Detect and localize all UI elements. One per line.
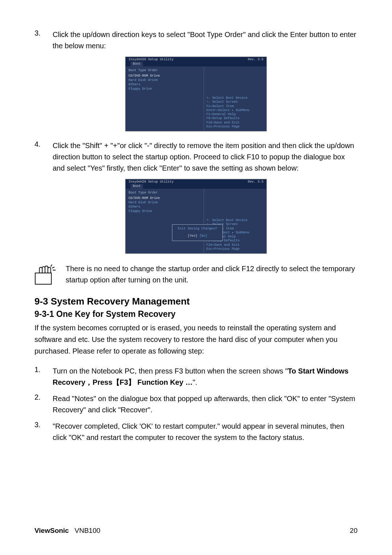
bios-item: Others [128,205,201,209]
list-text: Read "Notes" on the dialogue box that po… [53,393,358,416]
list-number: 1. [34,366,53,388]
list-item: 2. Read "Notes" on the dialogue box that… [34,393,358,416]
bios-right-pane: +- Select Boot Device ↑↓ Select Screen F… [204,189,266,253]
bios-item: Floppy Drive [128,209,201,213]
bios-titlebar: InsydeH20 Setup Utility Rev. 3.5 [126,179,266,184]
svg-rect-0 [35,273,52,284]
bios-item: CD/DVD-ROM Drive [128,196,201,200]
bios-item: Hard Disk Drive [128,78,201,82]
bios-item: Hard Disk Drive [128,200,201,205]
bios-tab: Boot [126,62,266,66]
section-heading: 9-3 System Recovery Management [34,296,358,307]
bios-left-pane: Boot Type Order CD/DVD-ROM Drive Hard Di… [126,189,204,253]
list-text: "Recover completed, Click 'OK' to restar… [53,421,358,443]
bios-dialog-no: [No] [199,234,207,238]
list-number: 3. [34,421,53,443]
bios-dialog-yes: [Yes] [188,234,197,238]
list-number: 3. [34,29,53,52]
bios-screenshot-1: InsydeH20 Setup Utility Rev. 3.5 Boot Bo… [125,57,267,131]
bios-item: CD/DVD-ROM Drive [128,74,201,78]
bios-tab: Boot [126,184,266,189]
bios-dialog-question: Exit Saving Changes? [175,227,220,230]
bios-left-pane: Boot Type Order CD/DVD-ROM Drive Hard Di… [126,66,204,131]
list-text: Click the "Shift" + "+"or click "-" dire… [53,140,358,174]
list-item: 1. Turn on the Notebook PC, then press F… [34,366,358,388]
bios-rev: Rev. 3.5 [248,58,264,61]
page-footer: ViewSonic VNB100 20 [34,527,358,535]
list-text: Click the up/down direction keys to sele… [53,29,358,52]
list-number: 2. [34,393,53,416]
bios-title-text: InsydeH20 Setup Utility [128,180,173,184]
bios-item: Floppy Drive [128,87,201,91]
bios-section-heading: Boot Type Order [128,191,201,195]
bios-dialog: Exit Saving Changes? [Yes] [No] [172,224,223,241]
list-number: 4. [34,140,53,174]
bios-title-text: InsydeH20 Setup Utility [128,58,173,61]
hand-tip-icon [34,262,57,285]
list-item: 4. Click the "Shift" + "+"or click "-" d… [34,140,358,174]
footer-brand: ViewSonic VNB100 [34,527,100,535]
page-number: 20 [350,527,358,535]
bios-section-heading: Boot Type Order [128,69,201,72]
tip-row: There is no need to change the startup o… [34,262,358,286]
intro-paragraph: If the system becomes corrupted or is er… [34,322,358,357]
bios-item: Others [128,82,201,87]
bios-help: +- Select Boot Device ↑↓ Select Screen F… [206,96,264,129]
bios-screenshot-2: InsydeH20 Setup Utility Rev. 3.5 Boot Bo… [125,179,267,254]
bios-body: Boot Type Order CD/DVD-ROM Drive Hard Di… [126,189,266,253]
tip-text: There is no need to change the startup o… [66,262,358,286]
bios-titlebar: InsydeH20 Setup Utility Rev. 3.5 [126,57,266,62]
list-text: Turn on the Notebook PC, then press F3 b… [53,366,358,388]
list-item: 3. Click the up/down direction keys to s… [34,29,358,52]
bios-rev: Rev. 3.5 [248,180,264,184]
bios-body: Boot Type Order CD/DVD-ROM Drive Hard Di… [126,66,266,131]
subsection-heading: 9-3-1 One Key for System Recovery [34,309,358,319]
list-item: 3. "Recover completed, Click 'OK' to res… [34,421,358,443]
bios-right-pane: +- Select Boot Device ↑↓ Select Screen F… [204,66,266,131]
bios-dialog-options: [Yes] [No] [175,234,220,238]
